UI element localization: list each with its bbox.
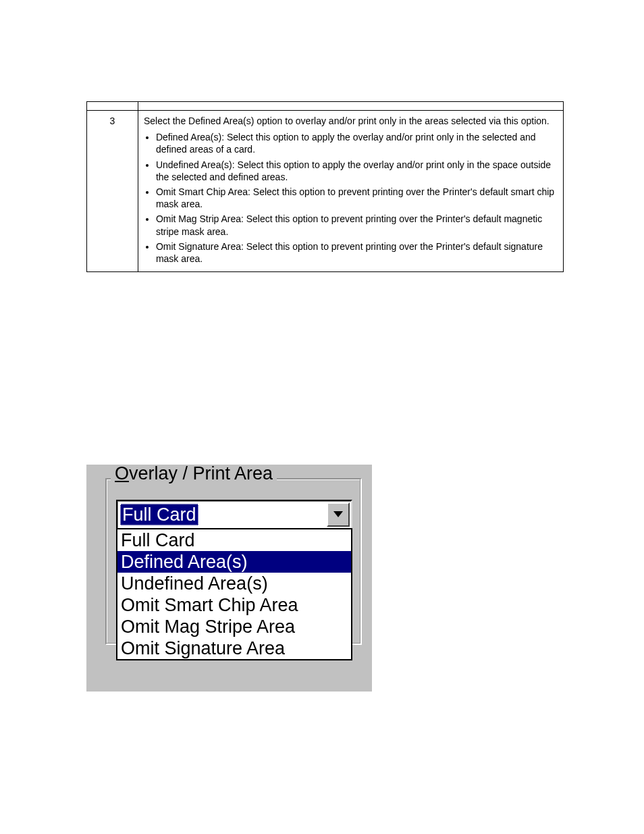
overlay-area-listbox[interactable]: Full Card Defined Area(s) Undefined Area… <box>116 528 352 660</box>
overlay-print-area-panel: Overlay / Print Area Full Card Full Card… <box>86 465 372 692</box>
svg-marker-0 <box>333 511 343 517</box>
table-row <box>87 102 564 111</box>
chevron-down-icon <box>333 511 343 518</box>
legend-accel-char: O <box>115 463 129 484</box>
page: 3 Select the Defined Area(s) option to o… <box>0 0 644 834</box>
option-undefined-areas[interactable]: Undefined Area(s) <box>117 573 351 594</box>
bullet-item: Omit Smart Chip Area: Select this option… <box>156 186 558 210</box>
step-cell: 3 <box>87 111 138 272</box>
desc-cell: Select the Defined Area(s) option to ove… <box>138 111 563 272</box>
step-cell <box>87 102 138 111</box>
legend-text: verlay / Print Area <box>129 463 273 484</box>
combobox-selected-text: Full Card <box>120 504 198 525</box>
bullet-item: Defined Area(s): Select this option to a… <box>156 131 558 155</box>
option-full-card[interactable]: Full Card <box>117 529 351 551</box>
option-omit-smart-chip-area[interactable]: Omit Smart Chip Area <box>117 594 351 616</box>
option-omit-signature-area[interactable]: Omit Signature Area <box>117 637 351 659</box>
desc-cell <box>138 102 563 111</box>
bullet-item: Omit Mag Strip Area: Select this option … <box>156 213 558 237</box>
option-defined-areas[interactable]: Defined Area(s) <box>117 551 351 573</box>
desc-bullets: Defined Area(s): Select this option to a… <box>156 131 558 265</box>
overlay-area-combobox[interactable]: Full Card <box>116 500 352 529</box>
steps-table: 3 Select the Defined Area(s) option to o… <box>86 101 564 272</box>
bullet-item: Omit Signature Area: Select this option … <box>156 240 558 265</box>
table-row: 3 Select the Defined Area(s) option to o… <box>87 111 564 272</box>
option-omit-mag-stripe-area[interactable]: Omit Mag Stripe Area <box>117 616 351 637</box>
bullet-item: Undefined Area(s): Select this option to… <box>156 159 558 183</box>
groupbox-legend: Overlay / Print Area <box>111 465 277 483</box>
desc-text: Select the Defined Area(s) option to ove… <box>144 115 558 127</box>
combobox-dropdown-button[interactable] <box>327 502 350 527</box>
